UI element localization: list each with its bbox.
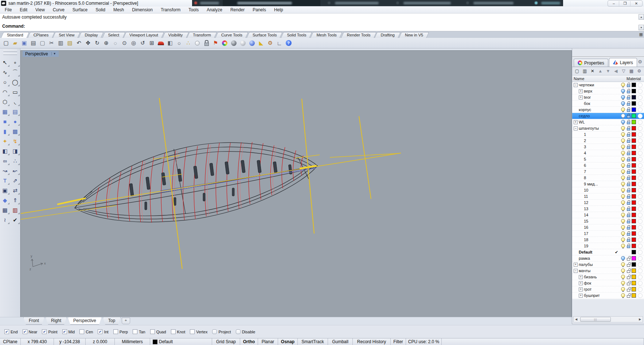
layer-visibility-bulb-icon[interactable] [620,126,626,131]
tab-properties[interactable]: Properties [574,59,608,67]
lock-icon[interactable] [202,39,211,47]
layer-visibility-bulb-icon[interactable] [620,243,626,249]
layer-lock-icon[interactable] [626,274,632,280]
checkbox-icon[interactable] [23,329,27,334]
layer-lock-icon[interactable] [626,237,632,243]
layer-lock-icon[interactable] [626,231,632,236]
pane-spare[interactable] [442,338,644,345]
command-area[interactable]: Autosave completed successfully Command:… [0,13,644,31]
pane-filter[interactable]: Filter [391,338,406,345]
zoom-selected-icon[interactable]: ⊙ [120,39,129,47]
toolbar-tab-set-view[interactable]: Set View [54,32,79,38]
layer-visibility-bulb-icon[interactable] [620,256,626,261]
pane-cplane[interactable]: CPlane [0,338,21,345]
layer-material-circle[interactable] [638,120,643,125]
layer-material-circle[interactable] [638,238,643,242]
select-circle-icon[interactable]: ○ [175,39,183,47]
layer-lock-icon[interactable] [626,157,632,162]
layer-visibility-bulb-icon[interactable] [620,287,626,292]
viewport-tab-right[interactable]: Right [46,317,67,325]
menu-item[interactable]: View [31,7,49,12]
scroll-up-icon[interactable]: ▲ [639,14,644,20]
layer-material-circle[interactable] [638,293,643,298]
curve-icon[interactable]: ∿ [0,68,10,77]
layer-lock-icon[interactable] [626,95,632,100]
layer-lock-icon[interactable] [626,206,632,212]
layer-color-swatch[interactable] [632,200,636,205]
array-grid-icon[interactable]: ▦ [0,205,10,215]
layer-material-circle[interactable] [638,275,643,279]
layer-visibility-bulb-icon[interactable] [620,231,626,236]
layer-material-circle[interactable] [638,89,643,94]
layer-row[interactable]: 9 мид... [572,181,644,187]
menu-item[interactable]: Transform [157,7,184,12]
layer-color-swatch[interactable] [632,101,636,106]
layer-row[interactable]: teor [572,94,644,101]
split-icon[interactable]: ◨ [11,146,20,156]
zoom-extents-icon[interactable]: ◎ [129,39,138,47]
layer-material-circle[interactable] [638,95,643,100]
layer-material-circle[interactable] [638,182,643,187]
explode-icon[interactable]: ↯ [11,137,20,146]
ellipse-icon[interactable]: ◯ [11,78,20,87]
layer-material-circle[interactable] [638,287,643,292]
layer-row[interactable]: седло [572,113,644,119]
point-cloud-icon[interactable]: ∴ [11,156,20,165]
layer-visibility-bulb-icon[interactable] [620,82,626,88]
pane-x[interactable]: x 799.430 [21,338,54,345]
layer-color-swatch[interactable] [632,157,636,161]
viewport-title[interactable]: Perspective ▼ [23,51,59,57]
layer-visibility-bulb-icon[interactable] [620,200,626,205]
layer-lock-icon[interactable] [626,212,632,218]
layer-row[interactable]: 13 [572,206,644,212]
copy-to-clipboard-icon[interactable]: ▢ [38,39,47,47]
column-name[interactable]: Name [574,77,627,81]
text-icon[interactable]: T [0,176,10,185]
osnap-checkbox[interactable]: End [4,329,18,334]
scroll-down-icon[interactable]: ▼ [639,25,644,30]
layers-horizontal-scrollbar[interactable]: ◀ ||| ▶ [573,316,643,322]
layer-visibility-bulb-icon[interactable] [620,95,626,100]
layer-material-circle[interactable] [638,157,643,162]
group-icon[interactable]: ▣ [0,186,10,195]
layer-row[interactable]: 16 [572,224,644,231]
layer-material-circle[interactable] [638,262,643,267]
layer-row[interactable]: 2 [572,138,644,144]
layer-visibility-bulb-icon[interactable] [620,107,626,113]
checkbox-icon[interactable] [79,329,84,334]
layer-row[interactable]: корпус [572,107,644,113]
cut-icon[interactable]: ✂ [47,39,56,47]
layer-row[interactable]: 6 [572,162,644,169]
pane-units[interactable]: Millimeters [115,338,150,345]
checkbox-icon[interactable] [113,329,118,334]
delete-layer-icon[interactable]: ✕ [589,68,596,75]
shaded-sphere-icon[interactable] [230,39,238,47]
checkbox-icon[interactable] [133,329,137,334]
layer-lock-icon[interactable] [626,163,632,168]
select-visible-icon[interactable]: ◧ [166,39,174,47]
layer-visibility-bulb-icon[interactable] [620,175,626,181]
viewport-tab-front[interactable]: Front [23,317,44,325]
pane-record-history[interactable]: Record History [353,338,391,345]
layer-material-circle[interactable] [638,219,643,224]
layer-row[interactable]: 14 [572,212,644,218]
layer-row[interactable]: верх [572,88,644,94]
menu-item[interactable]: Surface [69,7,91,12]
layer-row[interactable]: 10 [572,187,644,193]
layer-visibility-bulb-icon[interactable] [620,113,626,119]
layer-material-circle[interactable] [638,126,643,131]
menu-item[interactable]: Analyze [203,7,226,12]
osnap-checkbox[interactable]: Perp [113,329,128,334]
layer-visibility-bulb-icon[interactable] [620,150,626,156]
pane-ortho[interactable]: Ortho [240,338,258,345]
menu-item[interactable]: Help [270,7,287,12]
layer-lock-icon[interactable] [626,169,632,175]
layer-material-circle[interactable] [638,200,643,205]
expand-toggle-icon[interactable] [574,83,578,87]
osnap-checkbox[interactable]: Disable [236,329,255,334]
interpolate-curve-icon[interactable]: ⌒ [11,68,20,77]
toolbar-tab-curve-tools[interactable]: Curve Tools [216,32,247,38]
menu-item[interactable]: Curve [49,7,69,12]
viewport-tab-perspective[interactable]: Perspective [68,317,102,325]
checkbox-icon[interactable] [150,329,155,334]
